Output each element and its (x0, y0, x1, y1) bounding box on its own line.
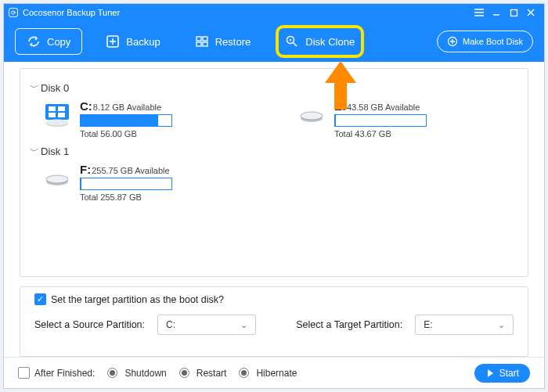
svg-rect-4 (196, 42, 201, 46)
main-area: ﹀ Disk 0 C:8.12 GB Available (4, 62, 544, 357)
shutdown-radio[interactable] (107, 368, 117, 378)
partition-f-letter: F: (80, 163, 91, 176)
minimize-button[interactable] (488, 5, 505, 20)
source-partition-value: C: (166, 319, 175, 330)
close-button[interactable] (522, 5, 539, 20)
disk-clone-label: Disk Clone (305, 36, 355, 48)
partition-e-letter: E: (334, 99, 346, 113)
chevron-down-icon: ⌄ (240, 320, 247, 330)
disk-clone-button[interactable]: Disk Clone (279, 28, 361, 55)
title-bar: ⟳ Cocosenor Backup Tuner (4, 4, 544, 21)
after-finished-checkbox[interactable] (18, 367, 30, 379)
partition-f-usage-bar (80, 178, 172, 190)
system-disk-icon (44, 102, 70, 129)
restart-radio[interactable] (179, 368, 189, 378)
target-partition-value: E: (424, 319, 432, 330)
disk-clone-icon (285, 34, 299, 49)
svg-rect-0 (510, 9, 517, 16)
hibernate-label: Hibernate (256, 368, 297, 379)
start-button[interactable]: Start (474, 364, 530, 383)
svg-rect-2 (196, 37, 201, 41)
partition-c[interactable]: C:8.12 GB Available Total 56.00 GB (44, 99, 259, 138)
backup-icon (106, 34, 120, 49)
plus-circle-icon (447, 36, 458, 47)
app-window: ⟳ Cocosenor Backup Tuner Copy Backup (3, 3, 545, 389)
boot-disk-checkbox[interactable]: ✓ (34, 293, 46, 305)
partition-c-usage-bar (80, 114, 172, 127)
partition-f-available: 255.75 GB Available (92, 166, 169, 175)
disk-icon (298, 102, 325, 129)
after-finished-label: After Finished: (34, 368, 95, 379)
disk-icon (44, 166, 70, 192)
partition-e-total: Total 43.67 GB (334, 129, 514, 138)
svg-rect-10 (49, 106, 56, 111)
restore-label: Restore (215, 36, 251, 48)
maximize-button[interactable] (505, 5, 522, 20)
partition-f-total: Total 255.87 GB (80, 192, 263, 202)
partition-c-letter: C: (80, 99, 92, 113)
disk-1-label: Disk 1 (41, 146, 69, 157)
partition-c-total: Total 56.00 GB (80, 129, 259, 138)
shutdown-label: Shutdown (124, 368, 166, 379)
svg-point-7 (290, 39, 291, 41)
start-label: Start (499, 368, 519, 379)
backup-button[interactable]: Backup (99, 28, 166, 55)
partition-f[interactable]: F:255.75 GB Available Total 255.87 GB (44, 163, 263, 202)
play-icon (485, 369, 495, 378)
svg-rect-11 (58, 106, 65, 111)
make-boot-label: Make Boot Disk (463, 37, 523, 46)
chevron-down-icon: ⌄ (498, 320, 505, 330)
svg-rect-13 (58, 113, 65, 117)
partition-e-usage-bar (334, 114, 427, 127)
backup-label: Backup (126, 36, 160, 48)
disk-0-label: Disk 0 (41, 82, 69, 94)
copy-icon (27, 34, 41, 49)
restore-button[interactable]: Restore (189, 28, 258, 55)
copy-label: Copy (47, 36, 70, 48)
target-partition-label: Select a Target Partition: (296, 319, 402, 330)
partition-e[interactable]: E:43.58 GB Available Total 43.67 GB (298, 99, 514, 138)
svg-point-15 (46, 120, 68, 126)
target-partition-dropdown[interactable]: E: ⌄ (415, 315, 514, 335)
source-disk-panel: ﹀ Disk 0 C:8.12 GB Available (20, 68, 528, 277)
app-title: Cocosenor Backup Tuner (23, 8, 120, 17)
menu-button[interactable] (470, 5, 488, 20)
partition-c-available: 8.12 GB Available (93, 102, 161, 112)
source-partition-label: Select a Source Partition: (34, 319, 145, 330)
disk-0-header[interactable]: ﹀ Disk 0 (30, 81, 514, 95)
make-boot-disk-button[interactable]: Make Boot Disk (437, 31, 533, 52)
boot-disk-checkbox-label: Set the target partition as the boot dis… (51, 294, 224, 305)
app-logo-icon: ⟳ (9, 8, 18, 17)
bottom-bar: After Finished: Shutdown Restart Hiberna… (4, 357, 544, 388)
partition-e-available: 43.58 GB Available (347, 102, 420, 112)
svg-rect-5 (203, 42, 207, 46)
disk-1-header[interactable]: ﹀ Disk 1 (30, 145, 514, 158)
source-partition-dropdown[interactable]: C: ⌄ (157, 315, 256, 335)
main-toolbar: Copy Backup Restore Disk Clone Make Boo (4, 21, 544, 62)
svg-rect-3 (203, 37, 207, 41)
copy-button[interactable]: Copy (15, 28, 82, 55)
restore-icon (195, 34, 209, 49)
chevron-down-icon: ﹀ (30, 145, 39, 158)
target-panel: ✓ Set the target partition as the boot d… (20, 286, 528, 357)
chevron-down-icon: ﹀ (30, 81, 39, 95)
svg-rect-12 (49, 113, 56, 117)
hibernate-radio[interactable] (239, 368, 249, 378)
restart-label: Restart (196, 368, 227, 379)
